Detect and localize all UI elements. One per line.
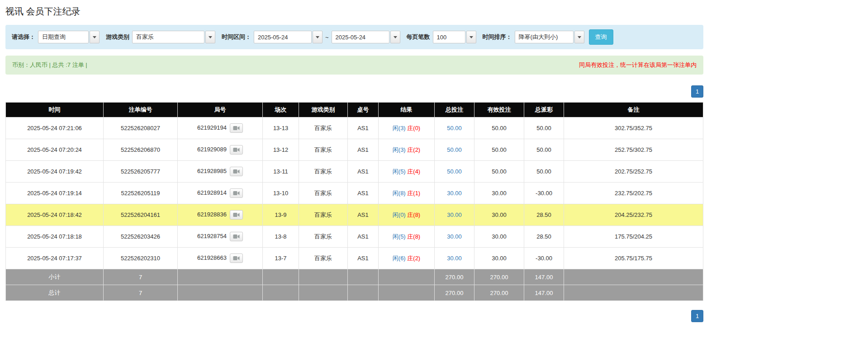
cell-time: 2025-05-24 07:21:06 [6, 117, 104, 139]
total-label: 总计 [6, 285, 104, 301]
sort-order-dropdown-button[interactable] [574, 31, 584, 43]
date-from-dropdown-button[interactable] [313, 31, 323, 43]
video-camera-icon [233, 234, 240, 239]
bet-records-table: 时间注单编号局号场次游戏类别桌号结果总投注有效投注总派彩备注 2025-05-2… [5, 102, 703, 301]
result-banker: 庄(2) [407, 146, 420, 153]
cell-game-type: 百家乐 [299, 204, 348, 226]
video-replay-button[interactable] [230, 210, 243, 220]
summary-bar: 币别：人民币 | 总共 :7 注单 | 同局有效投注，统一计算在该局第一张注单内 [5, 56, 703, 75]
cell-game-type: 百家乐 [299, 161, 348, 183]
chevron-down-icon [470, 36, 473, 38]
cell-round-id: 621929089 [178, 139, 263, 161]
cell-session: 13-11 [263, 161, 299, 183]
cell-note: 202.75/252.75 [564, 161, 703, 183]
game-type-input[interactable] [132, 31, 204, 43]
cell-total-bet: 30.00 [435, 226, 474, 248]
cell-valid-bet: 50.00 [474, 117, 524, 139]
result-player: 闲(6) [393, 255, 406, 262]
query-type-input[interactable] [38, 31, 89, 43]
cell-round-id: 621928985 [178, 161, 263, 183]
cell-note: 175.75/204.25 [564, 226, 703, 248]
game-type-dropdown-button[interactable] [205, 31, 215, 43]
page-1-button[interactable]: 1 [691, 310, 703, 322]
cell-game-type: 百家乐 [299, 248, 348, 269]
filter-bar: 请选择： 游戏类别 时间区间： ~ 每页笔数 时间排序： [5, 25, 703, 49]
cell-total-bet: 30.00 [435, 183, 474, 204]
total-bet-link[interactable]: 50.00 [447, 146, 462, 153]
round-id-text: 621928754 [197, 233, 227, 239]
column-header: 总投注 [435, 103, 474, 117]
cell-time: 2025-05-24 07:19:42 [6, 161, 104, 183]
cell-table-no: AS1 [348, 183, 379, 204]
sort-order-input[interactable] [515, 31, 574, 43]
cell-valid-bet: 30.00 [474, 226, 524, 248]
table-row: 2025-05-24 07:18:42 522526204161 6219288… [6, 204, 703, 226]
video-replay-button[interactable] [230, 253, 243, 263]
column-header: 结果 [379, 103, 435, 117]
result-player: 闲(5) [393, 168, 406, 175]
result-banker: 庄(2) [407, 255, 420, 262]
video-replay-button[interactable] [230, 123, 243, 133]
range-separator: ~ [325, 34, 329, 41]
per-page-dropdown-button[interactable] [466, 31, 476, 43]
total-bet-link[interactable]: 30.00 [447, 255, 462, 262]
cell-result: 闲(6) 庄(2) [379, 248, 435, 269]
video-camera-icon [233, 147, 240, 152]
cell-valid-bet: 50.00 [474, 139, 524, 161]
cell-table-no: AS1 [348, 161, 379, 183]
cell-bet-id: 522526205777 [104, 161, 178, 183]
page-1-button[interactable]: 1 [691, 85, 703, 98]
date-to-input[interactable] [332, 31, 389, 43]
query-type-combo [38, 31, 100, 43]
round-id-text: 621928663 [197, 254, 227, 261]
cell-time: 2025-05-24 07:18:18 [6, 226, 104, 248]
query-type-label: 请选择： [12, 33, 35, 41]
subtotal-payout: 147.00 [524, 269, 564, 285]
cell-game-type: 百家乐 [299, 226, 348, 248]
chevron-down-icon [316, 36, 319, 38]
date-from-input[interactable] [254, 31, 312, 43]
total-bet-link[interactable]: 50.00 [447, 125, 462, 131]
video-replay-button[interactable] [230, 145, 243, 155]
cell-bet-id: 522526208027 [104, 117, 178, 139]
column-header: 局号 [178, 103, 263, 117]
cell-game-type: 百家乐 [299, 183, 348, 204]
video-replay-button[interactable] [230, 188, 243, 198]
cell-note: 204.25/232.75 [564, 204, 703, 226]
search-button[interactable]: 查询 [589, 29, 613, 45]
per-page-input[interactable] [433, 31, 465, 43]
result-banker: 庄(8) [407, 233, 420, 240]
sort-order-combo [515, 31, 584, 43]
cell-total-bet: 30.00 [435, 248, 474, 269]
video-replay-button[interactable] [230, 167, 243, 176]
cell-round-id: 621929194 [178, 117, 263, 139]
cell-total-bet: 50.00 [435, 117, 474, 139]
cell-bet-id: 522526206870 [104, 139, 178, 161]
video-replay-button[interactable] [230, 232, 243, 241]
total-bet-link[interactable]: 50.00 [447, 168, 462, 175]
cell-time: 2025-05-24 07:20:24 [6, 139, 104, 161]
subtotal-total-bet: 270.00 [435, 269, 474, 285]
chevron-down-icon [394, 36, 397, 38]
cell-valid-bet: 50.00 [474, 161, 524, 183]
cell-game-type: 百家乐 [299, 117, 348, 139]
per-page-label: 每页笔数 [407, 33, 430, 41]
total-bet-link[interactable]: 30.00 [447, 190, 462, 197]
column-header: 游戏类别 [299, 103, 348, 117]
cell-session: 13-9 [263, 204, 299, 226]
cell-result: 闲(0) 庄(8) [379, 204, 435, 226]
date-to-dropdown-button[interactable] [390, 31, 400, 43]
cell-total-bet: 50.00 [435, 161, 474, 183]
cell-bet-id: 522526205119 [104, 183, 178, 204]
cell-payout: -30.00 [524, 248, 564, 269]
cell-round-id: 621928914 [178, 183, 263, 204]
round-id-text: 621929089 [197, 146, 227, 153]
query-type-dropdown-button[interactable] [90, 31, 100, 43]
video-camera-icon [233, 256, 240, 261]
result-player: 闲(5) [393, 233, 406, 240]
table-row: 2025-05-24 07:21:06 522526208027 6219291… [6, 117, 703, 139]
cell-table-no: AS1 [348, 117, 379, 139]
total-bet-link[interactable]: 30.00 [447, 233, 462, 240]
total-bet-link[interactable]: 30.00 [447, 211, 462, 218]
time-range-label: 时间区间： [222, 33, 251, 41]
